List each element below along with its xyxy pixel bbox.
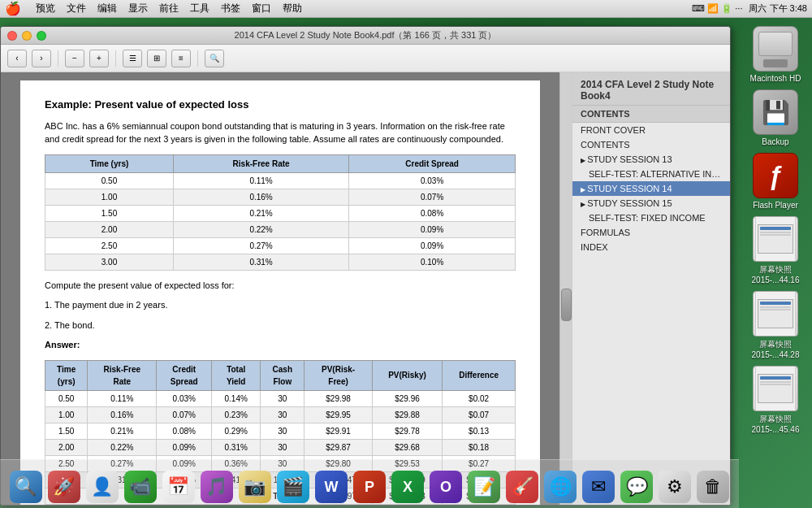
menu-view[interactable]: 显示 xyxy=(128,2,148,15)
table-row: 1.500.21%0.08%0.29%30$29.91$29.78$0.13 xyxy=(45,423,516,439)
forward-button[interactable]: › xyxy=(32,50,51,67)
sidebar-toggle[interactable]: ☰ xyxy=(123,50,142,67)
window-maximize-button[interactable] xyxy=(37,31,46,41)
window-minimize-button[interactable] xyxy=(22,31,32,41)
dock-trash[interactable]: 🗑 xyxy=(696,469,731,505)
answer-label: Answer: xyxy=(45,338,516,352)
desktop-icon-screenshot-3[interactable]: 屏幕快照2015-...45.46 xyxy=(743,366,808,434)
table-row: 2.000.22%0.09% xyxy=(45,221,516,237)
window-title: 2014 CFA Level 2 Study Note Book4.pdf（第 … xyxy=(235,29,497,41)
toc-item-fixed-income[interactable]: SELF-TEST: FIXED INCOME xyxy=(572,211,730,225)
table-row: 3.000.31%0.10% xyxy=(45,254,516,270)
zoom-out-button[interactable]: − xyxy=(65,50,84,67)
table1: Time (yrs) Risk-Free Rate Credit Spread … xyxy=(45,154,516,271)
dock-settings[interactable]: ⚙ xyxy=(658,469,693,505)
window-close-button[interactable] xyxy=(7,31,17,41)
thumbnail-view[interactable]: ⊞ xyxy=(147,50,166,67)
macintosh-hd-label: Macintosh HD xyxy=(750,74,801,83)
flash-player-label: Flash Player xyxy=(753,201,798,210)
desktop-icons: Macintosh HD 💾 Backup ƒ Flash Player xyxy=(739,18,812,434)
dock-contacts[interactable]: 👤 xyxy=(84,469,119,505)
t2-h1: Risk-FreeRate xyxy=(88,360,157,390)
toc-book-title: 2014 CFA Level 2 Study Note Book4 xyxy=(572,72,730,106)
dock-powerpoint[interactable]: P xyxy=(352,469,387,505)
toc-item-session13[interactable]: STUDY SESSION 13 xyxy=(572,152,730,167)
window-titlebar: 2014 CFA Level 2 Study Note Book4.pdf（第 … xyxy=(1,27,730,45)
back-button[interactable]: ‹ xyxy=(7,50,27,67)
continuous-view[interactable]: ≡ xyxy=(171,50,191,67)
dock-calendar[interactable]: 📅 xyxy=(161,469,196,505)
screenshot-2-label: 屏幕快照2015-...44.28 xyxy=(752,339,800,359)
menu-preview[interactable]: 预览 xyxy=(36,2,55,15)
dock-launchpad[interactable]: 🚀 xyxy=(46,469,81,505)
dock: 🔍 🚀 👤 📹 📅 🎵 xyxy=(0,459,739,508)
t2-h5: PV(Risk-Free) xyxy=(304,360,372,390)
t2-h6: PV(Risky) xyxy=(372,360,442,390)
table-row: 1.000.16%0.07% xyxy=(45,189,516,205)
menu-tools[interactable]: 工具 xyxy=(190,2,209,15)
dock-messages[interactable]: 💬 xyxy=(620,469,654,505)
desktop-icon-screenshot-1[interactable]: 屏幕快照2015-...44.16 xyxy=(743,216,808,284)
desktop-icon-screenshot-2[interactable]: 屏幕快照2015-...44.28 xyxy=(743,291,808,359)
toc-item-session15[interactable]: STUDY SESSION 15 xyxy=(572,196,730,211)
table-row: 1.500.21%0.08% xyxy=(45,205,516,221)
dock-mail[interactable]: ✉ xyxy=(581,469,616,505)
toolbar-separator-2 xyxy=(115,50,116,67)
question-1: 1. The payment due in 2 years. xyxy=(45,298,516,312)
menubar-icons: ⌨ 📶 🔋 ··· xyxy=(692,3,742,14)
question-text: Compute the present value of expected lo… xyxy=(45,279,516,293)
table-row: 2.000.22%0.09%0.31%30$29.87$29.68$0.18 xyxy=(45,439,516,455)
screenshot-1-label: 屏幕快照2015-...44.16 xyxy=(752,264,800,284)
desktop-icon-flash-player[interactable]: ƒ Flash Player xyxy=(743,153,808,210)
dock-onenote[interactable]: O xyxy=(429,469,464,505)
toc-item-contents[interactable]: CONTENTS xyxy=(572,137,730,152)
toc-item-index[interactable]: INDEX xyxy=(572,240,730,254)
menu-bookmarks[interactable]: 书签 xyxy=(221,2,240,15)
menu-file[interactable]: 文件 xyxy=(67,2,86,15)
apple-menu[interactable]: 🍎 xyxy=(5,1,21,16)
pdf-window: 2014 CFA Level 2 Study Note Book4.pdf（第 … xyxy=(0,26,731,506)
table1-header-2: Credit Spread xyxy=(349,154,516,172)
dock-imovie[interactable]: 🎬 xyxy=(275,469,310,505)
dock-excel[interactable]: X xyxy=(390,469,425,505)
menu-go[interactable]: 前往 xyxy=(159,2,179,15)
desktop-icon-macintosh-hd[interactable]: Macintosh HD xyxy=(743,26,808,83)
menu-help[interactable]: 帮助 xyxy=(283,2,302,15)
t2-h4: CashFlow xyxy=(261,360,304,390)
table-row: 0.500.11%0.03%0.14%30$29.98$29.96$0.02 xyxy=(45,390,516,406)
toc-item-alt-investments[interactable]: SELF-TEST: ALTERNATIVE INVESTMENTS xyxy=(572,167,730,181)
dock-browser[interactable]: 🌐 xyxy=(543,469,578,505)
dock-word[interactable]: W xyxy=(313,469,348,505)
toc-sidebar: 2014 CFA Level 2 Study Note Book4 CONTEN… xyxy=(572,72,730,505)
table1-header-0: Time (yrs) xyxy=(45,154,174,172)
toc-item-session14[interactable]: STUDY SESSION 14 xyxy=(572,181,730,196)
menu-edit[interactable]: 编辑 xyxy=(97,2,117,15)
example-title: Example: Present value of expected loss xyxy=(45,97,516,113)
dock-photos[interactable]: 📷 xyxy=(237,469,272,505)
dock-itunes[interactable]: 🎵 xyxy=(199,469,234,505)
desktop: 2014 CFA Level 2 Study Note Book4.pdf（第 … xyxy=(0,18,812,508)
toc-contents-label: CONTENTS xyxy=(572,106,730,123)
screenshot-3-label: 屏幕快照2015-...45.46 xyxy=(752,414,800,434)
dock-evernote[interactable]: 📝 xyxy=(467,469,502,505)
menu-window[interactable]: 窗口 xyxy=(252,2,271,15)
pdf-content[interactable]: Example: Present value of expected loss … xyxy=(1,72,559,505)
t2-h7: Difference xyxy=(443,360,516,390)
flash-icon: ƒ xyxy=(768,161,783,191)
question-2: 2. The bond. xyxy=(45,319,516,332)
zoom-in-button[interactable]: + xyxy=(89,50,109,67)
menubar-time: 周六 下午 3:48 xyxy=(749,2,807,15)
pdf-scrollbar[interactable] xyxy=(559,72,572,505)
t2-h0: Time(yrs) xyxy=(45,360,88,390)
table-row: 1.000.16%0.07%0.23%30$29.95$29.88$0.07 xyxy=(45,406,516,423)
pdf-scrollbar-thumb[interactable] xyxy=(561,289,572,321)
search-button[interactable]: 🔍 xyxy=(205,50,224,67)
toc-item-formulas[interactable]: FORMULAS xyxy=(572,225,730,240)
dock-facetime[interactable]: 📹 xyxy=(123,469,158,505)
desktop-icon-backup[interactable]: 💾 Backup xyxy=(743,89,808,146)
window-content: Example: Present value of expected loss … xyxy=(1,72,730,505)
dock-music[interactable]: 🎸 xyxy=(505,469,540,505)
backup-label: Backup xyxy=(762,137,788,146)
dock-finder[interactable]: 🔍 xyxy=(8,469,43,505)
toc-item-front-cover[interactable]: FRONT COVER xyxy=(572,123,730,137)
